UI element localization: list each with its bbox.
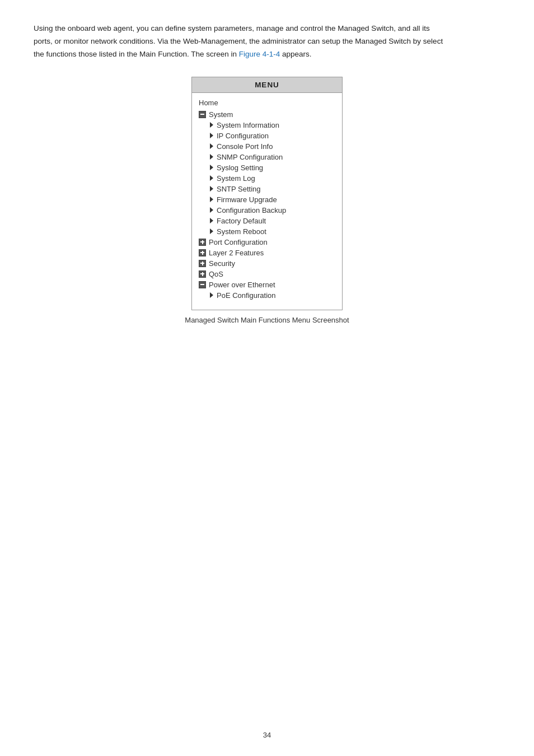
- arrow-icon-console-port-info: [210, 143, 213, 149]
- menu-item-console-port-info[interactable]: Console Port Info: [199, 141, 335, 152]
- menu-label-ip-configuration: IP Configuration: [217, 132, 269, 140]
- menu-label-factory-default: Factory Default: [217, 217, 266, 225]
- menu-section-layer2-features[interactable]: Layer 2 Features: [199, 248, 335, 258]
- menu-item-configuration-backup[interactable]: Configuration Backup: [199, 205, 335, 216]
- menu-item-system-log[interactable]: System Log: [199, 173, 335, 184]
- menu-label-qos: QoS: [209, 270, 223, 278]
- menu-item-sntp-setting[interactable]: SNTP Setting: [199, 184, 335, 194]
- menu-label-syslog-setting: Syslog Setting: [217, 164, 263, 172]
- figure-caption: Managed Switch Main Functions Menu Scree…: [185, 316, 349, 324]
- arrow-icon-factory-default: [210, 218, 213, 223]
- arrow-icon-firmware-upgrade: [210, 197, 213, 202]
- arrow-icon-configuration-backup: [210, 207, 213, 213]
- menu-label-power-over-ethernet: Power over Ethernet: [209, 281, 275, 289]
- arrow-icon-system-reboot: [210, 228, 213, 234]
- menu-label-poe-configuration: PoE Configuration: [217, 291, 276, 300]
- intro-text-3: the functions those listed in the Main F…: [34, 50, 239, 58]
- plus-icon-port-configuration: [199, 239, 206, 246]
- menu-label-sntp-setting: SNTP Setting: [217, 185, 261, 193]
- minus-icon-system: [199, 111, 206, 118]
- menu-box: MENU Home System System Information IP C…: [191, 77, 343, 310]
- menu-body: Home System System Information IP Config…: [192, 93, 342, 310]
- menu-item-system-reboot[interactable]: System Reboot: [199, 226, 335, 237]
- menu-section-security[interactable]: Security: [199, 258, 335, 269]
- menu-item-snmp-configuration[interactable]: SNMP Configuration: [199, 152, 335, 162]
- menu-title: MENU: [192, 77, 342, 93]
- arrow-icon-syslog-setting: [210, 165, 213, 170]
- menu-label-snmp-configuration: SNMP Configuration: [217, 153, 283, 161]
- page-content: Using the onboard web agent, you can def…: [0, 0, 534, 369]
- menu-home: Home: [199, 97, 335, 109]
- arrow-icon-snmp-configuration: [210, 154, 213, 160]
- menu-item-system-information[interactable]: System Information: [199, 120, 335, 130]
- menu-label-port-configuration: Port Configuration: [209, 238, 268, 246]
- menu-item-factory-default[interactable]: Factory Default: [199, 216, 335, 226]
- menu-label-system-log: System Log: [217, 174, 255, 183]
- menu-section-system[interactable]: System: [199, 109, 335, 120]
- menu-section-qos[interactable]: QoS: [199, 269, 335, 279]
- plus-icon-qos: [199, 270, 206, 278]
- intro-text-2: ports, or monitor network conditions. Vi…: [34, 37, 443, 45]
- menu-label-system-reboot: System Reboot: [217, 227, 266, 236]
- arrow-icon-system-log: [210, 175, 213, 181]
- plus-icon-layer2-features: [199, 249, 206, 256]
- menu-section-power-over-ethernet[interactable]: Power over Ethernet: [199, 279, 335, 290]
- menu-item-ip-configuration[interactable]: IP Configuration: [199, 130, 335, 141]
- page-number: 34: [263, 731, 271, 739]
- arrow-icon-poe-configuration: [210, 292, 213, 298]
- intro-paragraph: Using the onboard web agent, you can def…: [34, 22, 500, 61]
- plus-icon-security: [199, 260, 206, 267]
- menu-label-console-port-info: Console Port Info: [217, 142, 273, 151]
- menu-item-syslog-setting[interactable]: Syslog Setting: [199, 162, 335, 173]
- arrow-icon-sntp-setting: [210, 186, 213, 192]
- menu-section-port-configuration[interactable]: Port Configuration: [199, 237, 335, 248]
- intro-text-1: Using the onboard web agent, you can def…: [34, 24, 430, 32]
- menu-item-poe-configuration[interactable]: PoE Configuration: [199, 290, 335, 301]
- menu-label-firmware-upgrade: Firmware Upgrade: [217, 195, 277, 204]
- intro-text-4: appears.: [280, 50, 311, 58]
- menu-label-system: System: [209, 110, 233, 119]
- figure-link[interactable]: Figure 4-1-4: [239, 50, 280, 58]
- menu-label-configuration-backup: Configuration Backup: [217, 206, 286, 214]
- menu-label-system-information: System Information: [217, 121, 279, 129]
- arrow-icon-ip-configuration: [210, 133, 213, 138]
- menu-label-layer2-features: Layer 2 Features: [209, 249, 264, 257]
- minus-icon-power-over-ethernet: [199, 281, 206, 288]
- menu-label-security: Security: [209, 259, 235, 268]
- figure-container: MENU Home System System Information IP C…: [34, 77, 500, 324]
- arrow-icon-system-information: [210, 122, 213, 128]
- menu-item-firmware-upgrade[interactable]: Firmware Upgrade: [199, 194, 335, 205]
